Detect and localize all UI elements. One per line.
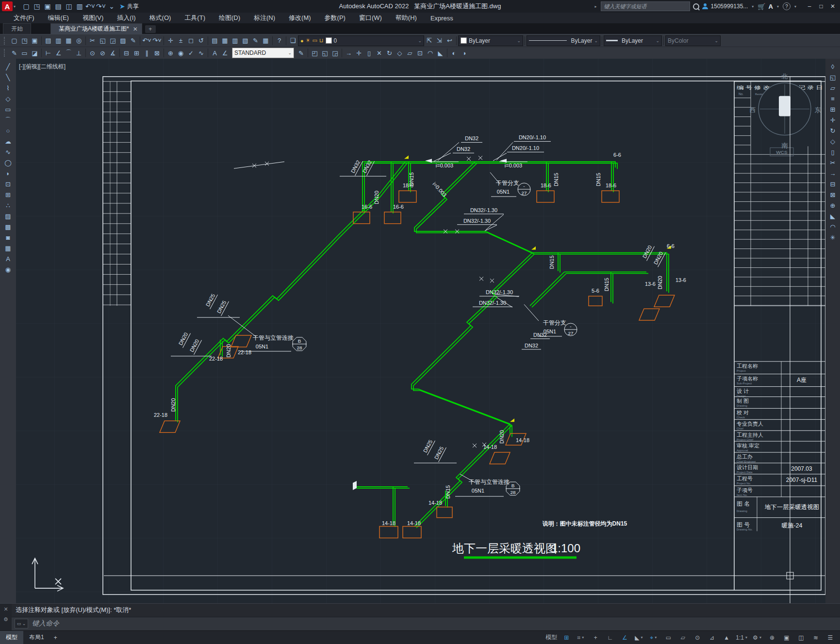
dimstyle-edit-icon[interactable]: ✎	[9, 48, 19, 58]
undo-icon[interactable]: ↶˅	[142, 36, 152, 46]
add-selected-icon[interactable]: ◉	[3, 264, 13, 275]
workspace-gear-icon[interactable]: ⚙▾	[751, 632, 764, 643]
gradient-icon[interactable]: ▩	[3, 222, 13, 232]
plot-style-dropdown[interactable]: ByColor⌄	[665, 35, 721, 46]
trim-icon[interactable]: ✕	[374, 48, 384, 58]
help-icon[interactable]: ?	[783, 2, 791, 10]
dim-break-icon[interactable]: ⊠	[152, 48, 162, 58]
annotation-scale-button[interactable]: 1:1▾	[734, 632, 750, 643]
zoom-window-icon[interactable]: ◻	[186, 36, 196, 46]
properties-icon[interactable]: ▤	[210, 36, 220, 46]
command-input[interactable]: ▭ ⌄ 键入命令	[12, 617, 840, 630]
fillet-icon[interactable]: ◠	[828, 222, 838, 232]
break-icon[interactable]: ⊠	[828, 190, 838, 200]
circle-icon[interactable]: ○	[3, 126, 13, 136]
drawing-canvas[interactable]: [-][俯视][二维线框] 编 号 修 改 及 建 设 记 录 日No.Revi…	[16, 59, 825, 603]
layer-unlock-icon[interactable]: ⊔	[319, 37, 324, 44]
table-icon[interactable]: ▦	[3, 243, 13, 253]
rotate-icon[interactable]: ↻	[384, 48, 395, 58]
chamfer-icon[interactable]: ◣	[828, 211, 838, 221]
grid-icon[interactable]: ⊞	[560, 632, 573, 643]
menu-item-10[interactable]: 窗口(W)	[352, 14, 389, 22]
make-block-icon[interactable]: ◰	[310, 48, 320, 58]
dim-space-icon[interactable]: ∥	[142, 48, 152, 58]
offset-icon[interactable]: ≡	[828, 94, 838, 104]
model-tab[interactable]: 模型	[0, 631, 23, 644]
ortho-icon[interactable]: ∟	[603, 632, 617, 643]
print-icon[interactable]: ▥	[75, 1, 84, 11]
save-as-icon[interactable]: ▤	[53, 1, 63, 11]
dim-aligned-icon[interactable]: ∠	[53, 48, 64, 58]
join-icon[interactable]: ⊕	[828, 200, 838, 211]
transparency-icon[interactable]: ▱	[676, 632, 690, 643]
menu-item-11[interactable]: 帮助(H)	[389, 14, 424, 22]
dim-linear-icon[interactable]: ⊢	[43, 48, 53, 58]
open-icon[interactable]: ◳	[19, 36, 30, 46]
app-store-cart-icon[interactable]: 🛒	[758, 3, 765, 10]
mtext-icon[interactable]: A	[3, 254, 13, 264]
zoom-realtime-icon[interactable]: ±	[176, 36, 186, 46]
copy-icon[interactable]: ◱	[828, 72, 838, 83]
insert-block-icon[interactable]: ◱	[320, 48, 330, 58]
qat-customize-icon[interactable]: ⌄	[107, 1, 116, 11]
dim-ordinate-icon[interactable]: ⊥	[74, 48, 84, 58]
help-caret-icon[interactable]: ▾	[794, 4, 796, 9]
point-icon[interactable]: ∴	[3, 200, 13, 211]
menu-item-0[interactable]: 文件(F)	[7, 14, 41, 22]
search-input[interactable]: 键入关键字或短语	[601, 1, 690, 11]
linetype-dropdown[interactable]: ByLayer⌄	[527, 35, 600, 46]
layer-dropdown[interactable]: ● ☀ ▭ ⊔ 0 ⌄	[298, 35, 424, 46]
ellipse-icon[interactable]: ◯	[3, 158, 13, 168]
rotate-icon[interactable]: ↻	[828, 126, 838, 136]
trim-icon[interactable]: ✂	[828, 158, 838, 168]
maximize-button[interactable]: □	[816, 2, 826, 11]
scale-icon[interactable]: ◇	[395, 48, 405, 58]
logo-caret-icon[interactable]: ▾	[14, 4, 16, 9]
pan-icon[interactable]: ✛	[165, 36, 176, 46]
share-button[interactable]: ➤ 共享	[119, 2, 139, 11]
lineweight-icon[interactable]: ▭	[661, 632, 675, 643]
snap-icon[interactable]: ⌗▾	[574, 632, 588, 643]
user-caret-icon[interactable]: ▾	[752, 4, 754, 9]
selection-cycling-icon[interactable]: ⊙	[691, 632, 704, 643]
qnew-icon[interactable]: ▢	[21, 1, 31, 11]
chamfer-icon[interactable]: ◣	[435, 48, 445, 58]
save-icon[interactable]: ▣	[30, 36, 40, 46]
menu-item-4[interactable]: 格式(O)	[143, 14, 178, 22]
menu-item-1[interactable]: 编辑(E)	[41, 14, 76, 22]
break-at-point-icon[interactable]: ⊟	[828, 179, 838, 189]
plot-icon[interactable]: ◫	[64, 1, 74, 11]
open-icon[interactable]: ◳	[32, 1, 42, 11]
annotation-visibility-icon[interactable]: ▲	[720, 632, 733, 643]
offset-icon[interactable]: ⊡	[415, 48, 425, 58]
app-caret-icon[interactable]: ▾	[777, 4, 779, 9]
make-current-layer-icon[interactable]: ⇱	[424, 36, 434, 46]
designcenter-icon[interactable]: ▦	[220, 36, 230, 46]
array-icon[interactable]: ✛	[354, 48, 364, 58]
new-layout-button[interactable]: +	[50, 631, 61, 644]
menu-item-3[interactable]: 插入(I)	[110, 14, 142, 22]
dim-diameter-icon[interactable]: ⊘	[98, 48, 108, 58]
dim-text-angle-icon[interactable]: ∠	[220, 48, 230, 58]
command-options-icon[interactable]: ▭ ⌄	[15, 619, 28, 628]
region-icon[interactable]: ◙	[3, 232, 13, 243]
undo-icon[interactable]: ↶˅	[85, 1, 95, 11]
move-icon[interactable]: ✛	[828, 115, 838, 125]
menu-item-5[interactable]: 工具(T)	[178, 14, 212, 22]
array-icon[interactable]: ⊞	[828, 104, 838, 115]
menu-item-2[interactable]: 视图(V)	[76, 14, 110, 22]
construction-line-icon[interactable]: ╲	[3, 72, 13, 83]
menu-item-8[interactable]: 修改(M)	[282, 14, 318, 22]
redo-icon[interactable]: ↷˅	[96, 1, 106, 11]
autodesk-app-icon[interactable]: A	[769, 3, 773, 10]
boundary-icon[interactable]: ◑	[459, 48, 469, 58]
command-wrench-icon[interactable]: ⚙	[3, 616, 8, 623]
menu-item-6[interactable]: 绘图(D)	[212, 14, 247, 22]
dynamic-input-icon[interactable]: +	[589, 632, 602, 643]
plot-preview-icon[interactable]: ▥	[53, 36, 64, 46]
extend-icon[interactable]: →	[828, 168, 838, 179]
dim-text-edit-icon[interactable]: A	[210, 48, 220, 58]
osnap-icon[interactable]: ⌖▾	[647, 632, 660, 643]
graphics-performance-icon[interactable]: ≋	[809, 632, 823, 643]
explode-icon[interactable]: ✳	[828, 232, 838, 243]
